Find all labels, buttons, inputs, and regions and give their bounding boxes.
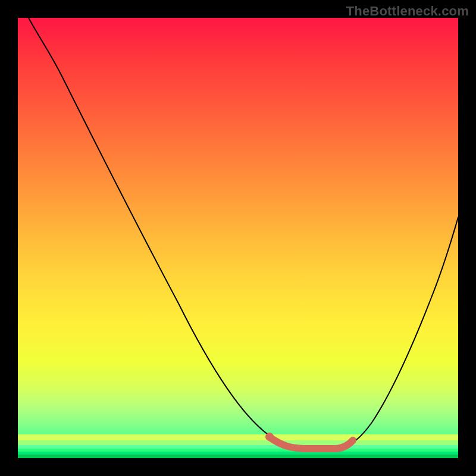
chart-svg — [18, 18, 458, 458]
optimal-range-highlight — [271, 438, 353, 449]
bottleneck-curve — [29, 18, 458, 447]
chart-frame: TheBottleneck.com — [0, 0, 476, 476]
watermark-text: TheBottleneck.com — [346, 4, 469, 19]
plot-area — [18, 18, 458, 458]
optimal-start-dot — [265, 433, 274, 441]
